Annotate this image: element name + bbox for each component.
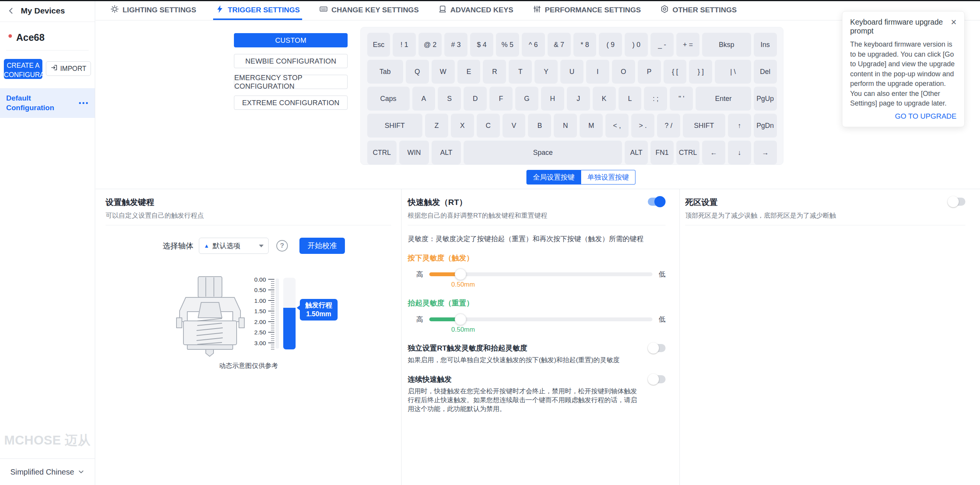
key-h[interactable]: H — [541, 87, 564, 111]
key-alt[interactable]: ALT — [432, 141, 461, 164]
key-enter[interactable]: Enter — [696, 87, 751, 111]
key-fn1[interactable]: FN1 — [651, 141, 674, 164]
tab-lighting-settings[interactable]: LIGHTING SETTINGS — [110, 0, 196, 20]
key-k[interactable]: K — [593, 87, 616, 111]
key-f[interactable]: F — [489, 87, 513, 111]
key-r3c10[interactable]: ? / — [657, 114, 680, 138]
calibrate-button[interactable]: 开始校准 — [299, 238, 345, 254]
key-alt-2[interactable]: ALT — [625, 141, 648, 164]
tab-advanced-keys[interactable]: ADVANCED KEYS — [438, 0, 513, 20]
key-2[interactable]: @ 2 — [419, 33, 442, 57]
switch-dropdown[interactable]: ▲ 默认选项 — [199, 238, 269, 254]
key-caps[interactable]: Caps — [367, 87, 410, 111]
preset-newbie-configuration-button[interactable]: NEWBIE CONFIGURATION — [234, 54, 348, 68]
travel-track[interactable] — [283, 278, 296, 349]
key-right-arrow[interactable]: → — [754, 141, 777, 164]
key-t[interactable]: T — [509, 60, 532, 84]
key-r[interactable]: R — [483, 60, 506, 84]
key-i[interactable]: I — [586, 60, 609, 84]
key-u[interactable]: U — [560, 60, 583, 84]
key-q[interactable]: Q — [406, 60, 429, 84]
preset-emergency-stop-configuration-button[interactable]: EMERGENCY STOP CONFIGURATION — [234, 75, 348, 89]
deadzone-toggle[interactable] — [948, 197, 965, 206]
key-s[interactable]: S — [438, 87, 461, 111]
create-configuration-button[interactable]: CREATE A CONFIGURATION — [4, 59, 42, 79]
device-item-ace68[interactable]: Ace68 — [0, 22, 95, 50]
preset-extreme-configuration-button[interactable]: EXTREME CONFIGURATION — [234, 96, 348, 110]
key-j[interactable]: J — [567, 87, 590, 111]
key-r0c11[interactable]: _ - — [651, 33, 674, 57]
key-space[interactable]: Space — [464, 141, 622, 164]
key-shift-2[interactable]: SHIFT — [683, 114, 725, 138]
key-ctrl-2[interactable]: CTRL — [676, 141, 699, 164]
key-3[interactable]: # 3 — [444, 33, 467, 57]
rt-enable-toggle[interactable] — [648, 197, 666, 206]
config-item-default[interactable]: Default Configuration — [0, 88, 95, 118]
key-c[interactable]: C — [477, 114, 500, 138]
key-r2c11[interactable]: " ' — [670, 87, 693, 111]
key-4[interactable]: $ 4 — [470, 33, 493, 57]
key-pgdn[interactable]: PgDn — [754, 114, 777, 138]
key-y[interactable]: Y — [535, 60, 558, 84]
key-r3c8[interactable]: < , — [605, 114, 629, 138]
key-g[interactable]: G — [515, 87, 538, 111]
key-8[interactable]: * 8 — [573, 33, 597, 57]
key-ins[interactable]: Ins — [754, 33, 777, 57]
key-left-arrow[interactable]: ← — [702, 141, 725, 164]
key-r1c11[interactable]: { [ — [664, 60, 687, 84]
independent-rt-toggle[interactable] — [648, 343, 666, 352]
key-b[interactable]: B — [528, 114, 551, 138]
language-selector[interactable]: Simplified Chinese — [0, 458, 95, 485]
key-ctrl[interactable]: CTRL — [367, 141, 397, 164]
key-0[interactable]: ) 0 — [625, 33, 648, 57]
key-o[interactable]: O — [612, 60, 635, 84]
key-esc[interactable]: Esc — [367, 33, 390, 57]
key-5[interactable]: % 5 — [496, 33, 519, 57]
key-z[interactable]: Z — [425, 114, 448, 138]
back-chevron-icon[interactable] — [6, 6, 16, 16]
key-1[interactable]: ! 1 — [393, 33, 416, 57]
tab-other-settings[interactable]: OTHER SETTINGS — [660, 0, 737, 20]
key-r3c9[interactable]: > . — [631, 114, 654, 138]
press-sensitivity-slider[interactable] — [429, 272, 652, 276]
key-r1c13[interactable]: | \ — [715, 60, 751, 84]
lift-sensitivity-slider[interactable] — [429, 317, 652, 321]
key-shift[interactable]: SHIFT — [367, 114, 422, 138]
scope-option-2[interactable]: 单独设置按键 — [581, 170, 635, 185]
tab-trigger-settings[interactable]: TRIGGER SETTINGS — [215, 0, 300, 20]
slider-thumb[interactable] — [455, 269, 466, 280]
help-icon[interactable]: ? — [276, 240, 288, 252]
key-l[interactable]: L — [619, 87, 642, 111]
key-6[interactable]: ^ 6 — [522, 33, 545, 57]
key-del[interactable]: Del — [754, 60, 777, 84]
import-button[interactable]: IMPORT — [46, 61, 91, 76]
key-pgup[interactable]: PgUp — [754, 87, 777, 111]
key-r1c12[interactable]: } ] — [689, 60, 712, 84]
key-r0c12[interactable]: + = — [676, 33, 699, 57]
key-e[interactable]: E — [457, 60, 481, 84]
go-to-upgrade-link[interactable]: GO TO UPGRADE — [850, 112, 956, 121]
scope-option-1[interactable]: 全局设置按键 — [526, 170, 581, 185]
close-icon[interactable]: × — [951, 18, 956, 27]
continuous-rt-toggle[interactable] — [648, 374, 666, 384]
key-v[interactable]: V — [503, 114, 526, 138]
key-m[interactable]: M — [580, 114, 603, 138]
key-d[interactable]: D — [464, 87, 487, 111]
key-p[interactable]: P — [638, 60, 661, 84]
key-down-arrow[interactable]: ↓ — [728, 141, 751, 164]
preset-custom-button[interactable]: CUSTOM — [234, 33, 348, 47]
key-a[interactable]: A — [412, 87, 435, 111]
key-bksp[interactable]: Bksp — [702, 33, 751, 57]
key-r2c10[interactable]: : ; — [644, 87, 667, 111]
tab-change-key-settings[interactable]: CHANGE KEY SETTINGS — [319, 0, 419, 20]
slider-thumb[interactable] — [455, 314, 466, 325]
key-9[interactable]: ( 9 — [599, 33, 622, 57]
key-win[interactable]: WIN — [399, 141, 429, 164]
key-tab[interactable]: Tab — [367, 60, 403, 84]
key-7[interactable]: & 7 — [548, 33, 571, 57]
more-icon[interactable] — [78, 100, 89, 106]
key-x[interactable]: X — [451, 114, 474, 138]
key-w[interactable]: W — [432, 60, 455, 84]
key-n[interactable]: N — [554, 114, 577, 138]
key-up-arrow[interactable]: ↑ — [728, 114, 751, 138]
